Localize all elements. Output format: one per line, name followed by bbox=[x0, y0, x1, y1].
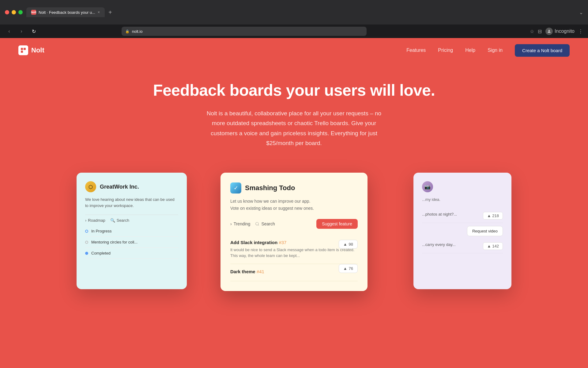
more-options-icon[interactable]: ⋮ bbox=[578, 29, 583, 34]
status-dot-3 bbox=[85, 252, 88, 255]
photo-desc-2: ...carry every day... bbox=[422, 242, 456, 247]
smashing-title: Smashing Todo bbox=[245, 184, 295, 192]
tab-bar: Nolt Nolt · Feedback boards your u... × … bbox=[26, 7, 575, 17]
fullscreen-window-button[interactable] bbox=[18, 10, 23, 14]
card-right: 📷 ...my idea. ...photos at night?... ▲ 2… bbox=[413, 173, 511, 289]
nav-links: Features Pricing Help Sign in Create a N… bbox=[406, 44, 570, 57]
right-card-desc: ...my idea. bbox=[422, 197, 503, 203]
list-item-mentoring: Mentoring circles for coll... bbox=[85, 237, 178, 248]
url-text: nolt.io bbox=[132, 29, 143, 34]
incognito-badge: Incognito bbox=[545, 28, 575, 35]
card-nav-search[interactable]: 🔍 Search bbox=[110, 218, 129, 223]
vote-button-slack[interactable]: ▲ 98 bbox=[339, 240, 358, 249]
request-video-button[interactable]: Request video bbox=[467, 226, 503, 236]
forward-button[interactable]: › bbox=[17, 27, 26, 36]
logo-text: Nolt bbox=[31, 46, 44, 54]
roadmap-label: Roadmap bbox=[88, 218, 105, 223]
feature-item-dark: Dark theme #41 ▲ 76 bbox=[230, 264, 358, 281]
vote-number-218: 218 bbox=[492, 213, 499, 218]
list-text-completed: Completed bbox=[91, 251, 111, 255]
svg-rect-3 bbox=[21, 51, 23, 53]
tab-trending-label: Trending bbox=[234, 221, 251, 226]
search-label: Search bbox=[117, 218, 129, 223]
hero-section: Feedback boards your users will love. No… bbox=[0, 63, 588, 160]
bookmark-icon[interactable]: ☆ bbox=[530, 29, 534, 34]
site-logo: Nolt bbox=[18, 45, 44, 55]
card-nav-roadmap[interactable]: › Roadmap bbox=[85, 218, 105, 223]
vote-item-1: ...photos at night?... ▲ 218 bbox=[422, 209, 503, 223]
vote-count-142[interactable]: ▲ 142 bbox=[483, 242, 503, 250]
svg-point-4 bbox=[256, 222, 258, 225]
vote-count-218[interactable]: ▲ 218 bbox=[483, 212, 503, 220]
vote-button-dark[interactable]: ▲ 76 bbox=[339, 264, 358, 273]
feature-desc-slack: It would be nice to send a Slack message… bbox=[230, 247, 358, 259]
card-greatwork: ⬡ GreatWork Inc. We love hearing about n… bbox=[77, 173, 187, 289]
list-item-in-progress: In Progress bbox=[85, 226, 178, 237]
tab-title: Nolt · Feedback boards your u... bbox=[39, 10, 95, 15]
logo-icon bbox=[18, 45, 28, 55]
create-board-button[interactable]: Create a Nolt board bbox=[515, 44, 570, 57]
nav-signin[interactable]: Sign in bbox=[488, 48, 503, 53]
address-bar[interactable]: 🔒 nolt.io bbox=[122, 27, 367, 36]
vote-count-slack: 98 bbox=[349, 242, 353, 247]
tab-search[interactable]: Search bbox=[255, 221, 275, 226]
smashing-header: ✓ Smashing Todo bbox=[230, 182, 358, 194]
new-tab-button[interactable]: + bbox=[108, 9, 112, 16]
card-nav-row: › Roadmap 🔍 Search bbox=[85, 215, 178, 226]
smashing-description: Let us know how we can improve our app. … bbox=[230, 198, 358, 212]
photo-desc-1: ...photos at night?... bbox=[422, 212, 457, 217]
website-content: Nolt Features Pricing Help Sign in Creat… bbox=[0, 38, 588, 368]
smashing-desc-line2: Vote on existing ideas or suggest new on… bbox=[230, 205, 358, 212]
smashing-logo: ✓ bbox=[230, 182, 241, 194]
smashing-desc-line1: Let us know how we can improve our app. bbox=[230, 198, 358, 205]
browser-navbar: ‹ › ↻ 🔒 nolt.io ☆ ⊟ Incognito ⋮ bbox=[0, 25, 588, 38]
right-card-header: 📷 bbox=[422, 181, 503, 192]
minimize-window-button[interactable] bbox=[12, 10, 16, 14]
status-dot bbox=[85, 230, 88, 233]
smashing-tabs: › Trending Search Suggest feature bbox=[230, 219, 358, 229]
tab-favicon: Nolt bbox=[31, 10, 36, 15]
list-text-in-progress: In Progress bbox=[91, 229, 111, 233]
site-navbar: Nolt Features Pricing Help Sign in Creat… bbox=[0, 38, 588, 63]
svg-rect-1 bbox=[21, 48, 23, 50]
browser-tab[interactable]: Nolt Nolt · Feedback boards your u... × bbox=[26, 7, 105, 17]
nav-features[interactable]: Features bbox=[406, 48, 426, 53]
ssl-lock-icon: 🔒 bbox=[125, 29, 130, 33]
svg-rect-2 bbox=[24, 48, 26, 50]
nav-pricing[interactable]: Pricing bbox=[438, 48, 453, 53]
browser-toolbar: ☆ ⊟ Incognito ⋮ bbox=[530, 28, 583, 35]
sidebar-toggle-icon[interactable]: ⊟ bbox=[538, 29, 542, 34]
expand-button[interactable]: ⌄ bbox=[579, 10, 583, 15]
tab-trending[interactable]: › Trending bbox=[230, 221, 250, 226]
browser-titlebar: Nolt Nolt · Feedback boards your u... × … bbox=[0, 0, 588, 25]
status-dot-2 bbox=[85, 241, 88, 244]
traffic-lights bbox=[5, 10, 23, 14]
incognito-label: Incognito bbox=[555, 29, 575, 34]
right-card-logo: 📷 bbox=[422, 181, 433, 192]
list-item-completed: Completed bbox=[85, 248, 178, 259]
hero-subtext: Nolt is a beautiful, collaborative place… bbox=[205, 109, 383, 148]
vote-number-142: 142 bbox=[492, 244, 499, 248]
vote-item-2: ...carry every day... ▲ 142 bbox=[422, 239, 503, 253]
card-header: ⬡ GreatWork Inc. bbox=[85, 181, 178, 192]
nav-help[interactable]: Help bbox=[465, 48, 475, 53]
feature-tag-dark: #41 bbox=[257, 269, 264, 274]
feature-item-slack: Add Slack integration #37 It would be ni… bbox=[230, 235, 358, 264]
card-title: GreatWork Inc. bbox=[100, 184, 139, 190]
tab-search-label: Search bbox=[261, 221, 275, 226]
back-button[interactable]: ‹ bbox=[5, 27, 13, 36]
vote-count-dark: 76 bbox=[349, 266, 353, 271]
svg-point-0 bbox=[548, 30, 550, 31]
reload-button[interactable]: ↻ bbox=[29, 27, 38, 36]
mockup-area: ⬡ GreatWork Inc. We love hearing about n… bbox=[0, 173, 588, 301]
hero-headline: Feedback boards your users will love. bbox=[6, 81, 582, 99]
card-description: We love hearing about new ideas that can… bbox=[85, 197, 178, 209]
tab-close-button[interactable]: × bbox=[98, 10, 100, 14]
feature-tag-slack: #37 bbox=[279, 240, 286, 245]
list-text-mentoring: Mentoring circles for coll... bbox=[91, 240, 138, 244]
card-logo: ⬡ bbox=[85, 181, 96, 192]
card-smashing-todo: ✓ Smashing Todo Let us know how we can i… bbox=[221, 173, 368, 291]
close-window-button[interactable] bbox=[5, 10, 9, 14]
incognito-avatar bbox=[545, 28, 553, 35]
suggest-feature-button[interactable]: Suggest feature bbox=[316, 219, 358, 229]
